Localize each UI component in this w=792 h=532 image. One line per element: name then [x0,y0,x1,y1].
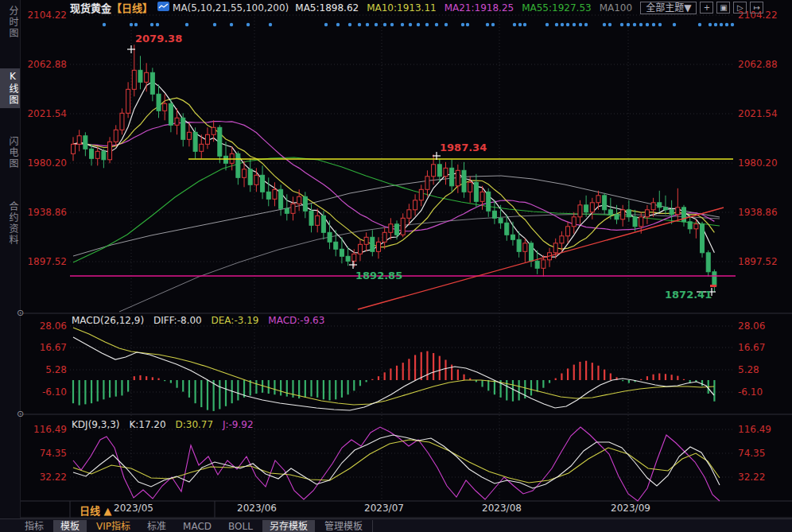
candle [694,224,698,229]
period-tag: 【日线】 [111,0,153,15]
bottom-tab-7[interactable]: 另存模板 [262,520,315,532]
tab-divider [372,520,373,532]
axis-label: 2062.88 [738,59,787,70]
sidebar-item-4[interactable]: 合约资料 [0,199,20,248]
axis-label: -6.10 [24,386,67,398]
candle [670,210,674,215]
bottom-tab-4[interactable]: 标准 [140,520,173,532]
candle [218,127,222,156]
candle [456,170,460,186]
axis-label: 2062.88 [24,59,67,70]
candle [450,168,454,186]
kdj-d-value: D:30.77 [175,419,213,430]
ma-value: MA5:1898.62 [295,2,359,14]
axis-label: 28.06 [738,320,787,332]
exit-right-icon[interactable]: ↦ [750,2,763,14]
candle [169,103,173,125]
candle [584,205,588,212]
period-selector[interactable]: 日线 ▲ [80,503,112,518]
panel-toggle-icon[interactable]: ⊙ [17,308,24,318]
kdj-title[interactable]: KDJ(9,3,3) [72,419,120,430]
candle [621,210,625,219]
ma-value: MA55:1927.53 [522,2,592,14]
candle [712,272,716,286]
candle [346,256,350,261]
candle [706,253,710,272]
candle [468,182,472,192]
macd-diff-line [73,337,714,410]
news-dots[interactable] [103,23,734,26]
candle [701,224,705,253]
crosshair-icon[interactable]: + [700,2,713,14]
ma-value: MA100 [600,2,632,14]
candle [145,72,149,82]
candle [676,208,680,215]
indicator-icon[interactable] [157,2,169,14]
candle [651,203,655,210]
candle [200,144,204,151]
candle [492,211,496,218]
kdj-k-line [73,435,720,488]
candle [596,196,600,203]
sidebar-item-2[interactable]: K线图 [0,68,20,108]
candle [175,118,179,125]
sidebar-item-3[interactable]: 闪电图 [0,134,20,172]
kdj-k-value: K:17.20 [129,419,165,430]
candle [328,232,332,242]
axis-label: 1897.52 [738,256,787,267]
candle [138,70,142,82]
axis-label: 5.28 [738,364,787,375]
candle [505,223,509,235]
axis-label: 2104.22 [24,10,67,21]
bottom-tab-6[interactable]: BOLL [221,520,260,532]
theme-select-button[interactable]: 全部主题▼ [640,2,697,14]
candle [572,217,576,227]
bottom-tab-2[interactable]: 模板 [53,520,87,532]
x-axis-month-label: 2023/09 [603,503,658,514]
ma200-line [119,214,720,312]
axis-label: 32.22 [24,472,67,483]
x-axis-month-label: 2023/06 [229,503,285,514]
candle [340,249,344,256]
chart-toolbar: +▣▷↦ [697,2,763,14]
axis-label: 2021.54 [24,108,67,119]
candle [120,113,124,130]
candle [530,243,534,262]
candle [377,242,381,251]
bottom-tab-1[interactable]: 指标 [17,520,51,532]
candle [72,144,76,153]
candle [511,235,514,239]
macd-title[interactable]: MACD(26,12,9) [72,315,144,326]
bottom-tab-3[interactable]: VIP指标 [89,520,138,532]
candle [432,165,436,177]
chart-canvas[interactable] [0,0,792,532]
axis-label: 16.67 [24,342,67,353]
candle [535,261,539,268]
candle [480,192,484,201]
axis-label: 5.28 [24,364,67,375]
axis-label: 116.49 [738,424,787,435]
candle [163,103,167,111]
bottom-tab-5[interactable]: MACD [176,520,219,532]
play-forward-icon[interactable]: ▷ [733,2,747,14]
chart-header: 现货黄金 【日线】 MA(5,10,21,55,100,200) MA5:189… [70,1,736,14]
candle [102,151,106,160]
panel-toggle-icon[interactable]: ⊙ [17,409,24,419]
candle [126,89,130,113]
candle [382,232,386,242]
axis-label: -6.10 [738,386,787,398]
candle [273,189,277,199]
ma-value: MA21:1918.25 [445,2,514,14]
candle [542,260,545,269]
macd-histogram [72,351,716,411]
axis-label: 1897.52 [24,256,67,267]
candle [248,169,252,185]
zoom-area-icon[interactable]: ▣ [716,2,730,14]
candle [285,208,289,213]
candle [639,217,643,227]
candle [83,136,87,150]
bottom-tab-8[interactable]: 管理模板 [317,520,370,532]
candle [608,210,612,215]
candle [358,244,362,254]
sidebar-item-1[interactable]: 分时图 [0,3,20,41]
